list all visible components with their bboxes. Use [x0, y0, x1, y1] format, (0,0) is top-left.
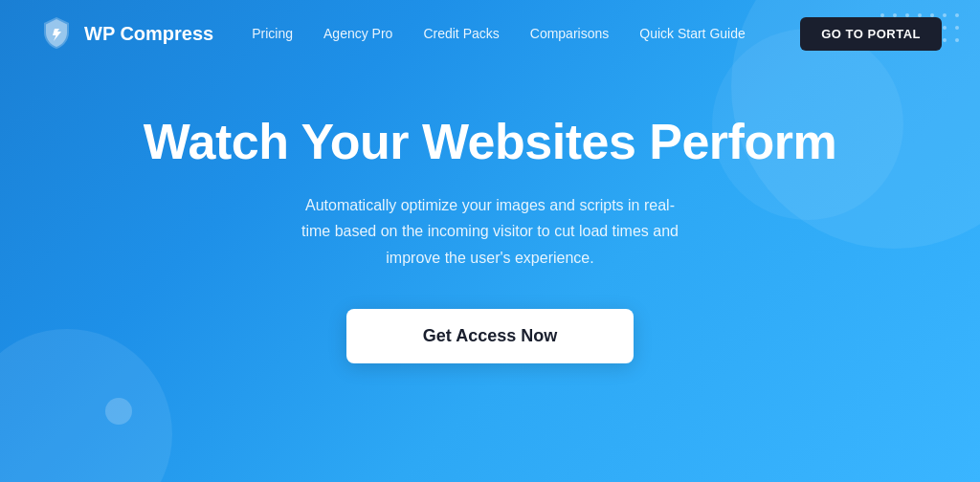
hero-title: Watch Your Websites Perform [144, 115, 836, 169]
hero-content: Watch Your Websites Perform Automaticall… [0, 67, 980, 363]
decorative-circle-left-small [105, 398, 132, 425]
logo-icon [38, 15, 75, 52]
brand-name: WP Compress [84, 23, 213, 45]
hero-section: WP Compress Pricing Agency Pro Credit Pa… [0, 0, 980, 482]
nav-comparisons[interactable]: Comparisons [530, 26, 609, 41]
navbar: WP Compress Pricing Agency Pro Credit Pa… [0, 0, 980, 67]
hero-subtitle: Automatically optimize your images and s… [299, 192, 681, 271]
logo-area: WP Compress [38, 15, 213, 52]
nav-pricing[interactable]: Pricing [252, 26, 293, 41]
nav-links: Pricing Agency Pro Credit Packs Comparis… [252, 26, 800, 41]
nav-credit-packs[interactable]: Credit Packs [423, 26, 499, 41]
cta-button[interactable]: Get Access Now [346, 309, 634, 363]
portal-button[interactable]: GO TO PORTAL [800, 17, 942, 51]
nav-agency-pro[interactable]: Agency Pro [323, 26, 392, 41]
nav-quick-start[interactable]: Quick Start Guide [639, 26, 746, 41]
